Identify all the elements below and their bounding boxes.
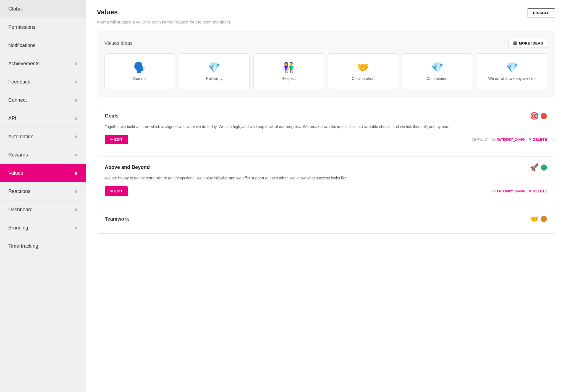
sidebar-item-label-reactions: Reactions [8,189,30,194]
more-ideas-button[interactable]: 🎱 MORE IDEAS [509,39,547,48]
value-icon-commitment: 💎 [431,62,444,73]
id-value-above-and-beyond: CATEGORY_24494 [497,189,525,193]
sidebar-dot-api [75,117,77,120]
category-icons-above-and-beyond: 🚀 [530,163,547,172]
category-title-goals: Goals [105,113,119,119]
sidebar-item-label-achievements: Achievements [8,61,40,67]
main-content: Values DISABLE Karma will suggest a valu… [86,0,566,392]
category-emoji-teamwork: 🤝 [530,215,539,223]
category-card-goals: Goals🎯Together we build a future which i… [97,105,555,151]
value-icon-reliability: 💎 [208,62,220,73]
id-label-goals: ID: CATEGORY_24493 [491,137,525,142]
sidebar-item-label-branding: Branding [8,225,28,231]
page-header: Values DISABLE [97,8,555,17]
status-dot-goals [541,113,547,119]
value-label-reliability: Reliability [206,76,222,81]
value-icon-collaboration: 🤝 [357,62,369,73]
category-emoji-goals: 🎯 [530,112,539,120]
delete-button-above-and-beyond[interactable]: ✕ DELETE [529,189,547,193]
value-icon-we-do-what: 💎 [506,62,518,73]
id-value-goals: CATEGORY_24493 [497,138,525,142]
edit-button-goals[interactable]: ✏ EDIT [105,135,128,144]
sidebar-item-label-notifications: Notifications [8,43,35,48]
sidebar-dot-connect [75,99,77,102]
sidebar-item-notifications[interactable]: Notifications [0,36,86,55]
value-label-respect: Respect [282,76,296,81]
sidebar-dot-rewards [75,154,77,156]
sidebar-item-branding[interactable]: Branding [0,219,86,237]
category-header-above-and-beyond: Above and Beyond🚀 [105,163,547,172]
delete-button-goals[interactable]: ✕ DELETE [529,137,547,142]
value-label-commitment: Commitment [426,76,448,81]
category-footer-goals: ✏ EDITDEFAULTID: CATEGORY_24493✕ DELETE [105,135,547,144]
category-card-above-and-beyond: Above and Beyond🚀We are happy to go the … [97,156,555,203]
categories-container: Goals🎯Together we build a future which i… [97,105,555,234]
value-label-comms: Comms [133,76,146,81]
sidebar-item-time-tracking[interactable]: Time-tracking [0,237,86,255]
values-ideas-card: Values ideas 🎱 MORE IDEAS 🗣️Comms💎Reliab… [97,31,555,97]
values-grid: 🗣️Comms💎Reliability👫Respect🤝Collaboratio… [104,53,547,89]
id-label-above-and-beyond: ID: CATEGORY_24494 [491,189,525,193]
category-emoji-above-and-beyond: 🚀 [530,163,539,172]
sidebar: GlobalPermissionsNotificationsAchievemen… [0,0,86,392]
more-ideas-icon: 🎱 [513,41,517,45]
sidebar-item-label-connect: Connect [8,97,27,103]
value-icon-respect: 👫 [282,62,295,73]
sidebar-dot-achievements [75,62,77,65]
sidebar-item-label-dashboard: Dashboard [8,207,33,213]
sidebar-item-permissions[interactable]: Permissions [0,18,86,36]
category-header-goals: Goals🎯 [105,112,547,120]
sidebar-item-achievements[interactable]: Achievements [0,55,86,73]
sidebar-item-feedback[interactable]: Feedback [0,73,86,91]
page-title: Values [97,8,118,16]
values-ideas-title: Values ideas [104,40,133,46]
disable-button[interactable]: DISABLE [528,8,555,17]
sidebar-item-label-feedback: Feedback [8,79,30,85]
sidebar-dot-reactions [75,190,77,193]
value-icon-comms: 🗣️ [133,62,146,73]
value-card-reliability[interactable]: 💎Reliability [179,53,249,89]
sidebar-item-rewards[interactable]: Rewards [0,146,86,164]
category-icons-teamwork: 🤝 [530,215,547,223]
sidebar-dot-values [75,172,77,175]
values-ideas-header: Values ideas 🎱 MORE IDEAS [104,39,547,48]
category-title-above-and-beyond: Above and Beyond [105,164,150,170]
category-desc-goals: Together we build a future which is alig… [105,124,547,130]
sidebar-item-values[interactable]: Values [0,164,86,182]
sidebar-item-connect[interactable]: Connect [0,91,86,109]
value-card-comms[interactable]: 🗣️Comms [104,53,175,89]
default-badge-goals: DEFAULT [471,137,488,142]
value-card-respect[interactable]: 👫Respect [253,53,324,89]
category-title-teamwork: Teamwork [105,216,129,222]
sidebar-item-label-time-tracking: Time-tracking [8,243,38,249]
category-card-teamwork: Teamwork🤝 [97,208,555,234]
footer-meta-above-and-beyond: ID: CATEGORY_24494✕ DELETE [491,189,547,193]
value-card-collaboration[interactable]: 🤝Collaboration [328,53,398,89]
footer-meta-goals: DEFAULTID: CATEGORY_24493✕ DELETE [471,137,547,142]
sidebar-dot-automation [75,135,77,138]
sidebar-item-label-api: API [8,116,16,121]
category-icons-goals: 🎯 [530,112,547,120]
edit-button-above-and-beyond[interactable]: ✏ EDIT [105,186,128,196]
status-dot-teamwork [541,216,547,222]
sidebar-item-reactions[interactable]: Reactions [0,182,86,201]
sidebar-item-api[interactable]: API [0,109,86,128]
status-dot-above-and-beyond [541,164,547,171]
value-label-collaboration: Collaboration [352,76,374,81]
more-ideas-label: MORE IDEAS [519,41,543,45]
sidebar-item-global[interactable]: Global [0,0,86,18]
category-footer-above-and-beyond: ✏ EDITID: CATEGORY_24494✕ DELETE [105,186,547,196]
category-desc-above-and-beyond: We are happy to go the extra mile to get… [105,175,547,181]
value-card-commitment[interactable]: 💎Commitment [402,53,473,89]
sidebar-dot-dashboard [75,208,77,211]
sidebar-dot-branding [75,227,77,229]
sidebar-item-label-automation: Automation [8,134,33,140]
sidebar-item-label-permissions: Permissions [8,24,35,30]
sidebar-item-label-global: Global [8,6,23,12]
sidebar-item-dashboard[interactable]: Dashboard [0,201,86,219]
sidebar-item-label-values: Values [8,170,23,176]
value-card-we-do-what[interactable]: 💎We do what we say we'll do [477,53,547,89]
sidebar-item-automation[interactable]: Automation [0,128,86,146]
value-label-we-do-what: We do what we say we'll do [488,76,536,81]
category-header-teamwork: Teamwork🤝 [105,215,547,223]
